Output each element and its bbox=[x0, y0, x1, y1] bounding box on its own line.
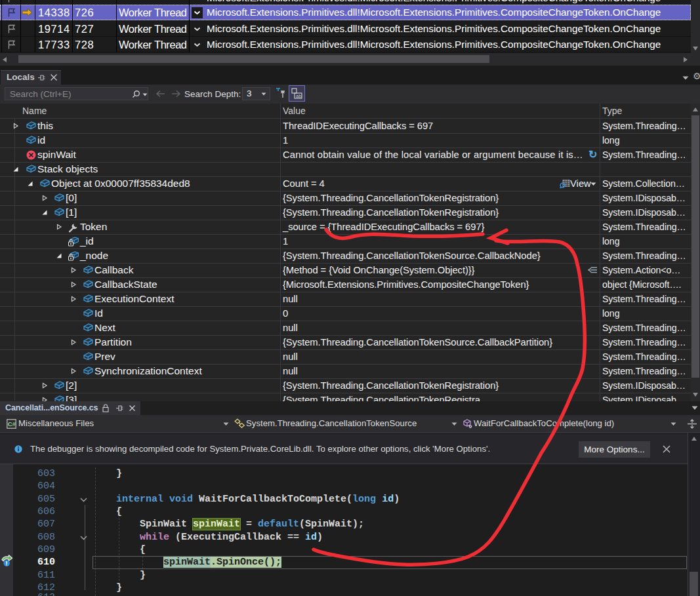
svg-text:C#: C# bbox=[8, 420, 16, 427]
svg-text:ab: ab bbox=[296, 93, 301, 99]
